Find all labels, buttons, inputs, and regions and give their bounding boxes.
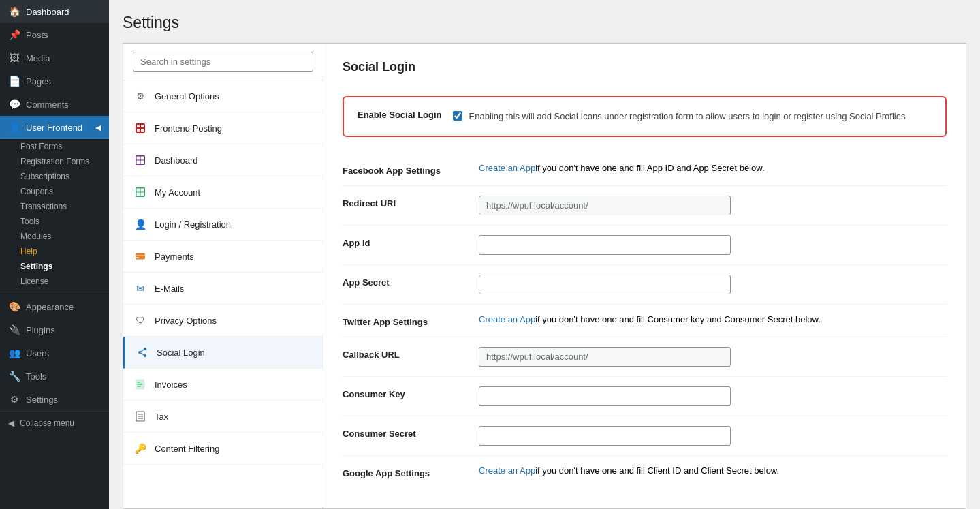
callback-url-input[interactable] [479, 347, 731, 367]
sidebar-sub-transactions[interactable]: Transactions [0, 199, 109, 214]
settings-nav-item-dashboard[interactable]: Dashboard [123, 144, 323, 176]
google-section-label: Google App Settings [343, 465, 465, 478]
settings-nav-item-payments[interactable]: Payments [123, 241, 323, 273]
consumer-secret-field [479, 426, 947, 446]
sidebar-sub-modules[interactable]: Modules [0, 229, 109, 244]
svg-rect-14 [141, 193, 144, 196]
sidebar-sub-coupons[interactable]: Coupons [0, 184, 109, 199]
svg-rect-7 [141, 157, 144, 160]
content-filtering-icon: 🔑 [133, 441, 148, 456]
app-id-row: App Id [343, 226, 947, 265]
sidebar-item-appearance[interactable]: 🎨 Appearance [0, 295, 109, 318]
settings-nav-item-tax[interactable]: Tax [123, 401, 323, 433]
app-secret-label: App Secret [343, 275, 465, 288]
settings-nav-item-login-registration[interactable]: 👤 Login / Registration [123, 209, 323, 241]
payments-icon [133, 249, 148, 264]
app-secret-row: App Secret [343, 265, 947, 305]
svg-rect-13 [137, 193, 140, 196]
media-icon: 🖼 [8, 52, 20, 64]
app-secret-field [479, 275, 947, 294]
settings-nav-item-emails[interactable]: ✉ E-Mails [123, 273, 323, 305]
svg-line-21 [141, 350, 144, 352]
tools-icon: 🔧 [8, 370, 20, 382]
app-id-input[interactable] [479, 235, 731, 255]
consumer-key-input[interactable] [479, 386, 731, 406]
enable-social-login-checkbox[interactable] [453, 111, 462, 121]
settings-nav-item-general[interactable]: ⚙ General Options [123, 80, 323, 112]
my-account-icon [133, 185, 148, 200]
consumer-key-row: Consumer Key [343, 377, 947, 416]
enable-social-description: Enabling this will add Social Icons unde… [469, 110, 906, 123]
sidebar-sub-license[interactable]: License [0, 274, 109, 289]
sidebar-item-comments[interactable]: 💬 Comments [0, 93, 109, 116]
emails-icon: ✉ [133, 281, 148, 296]
svg-point-19 [138, 351, 141, 354]
settings-nav-item-my-account[interactable]: My Account [123, 176, 323, 209]
chevron-icon: ◀ [95, 123, 101, 132]
facebook-app-settings-row: Facebook App Settings Create an Appif yo… [343, 153, 947, 186]
enable-social-login-box: Enable Social Login Enabling this will a… [343, 96, 947, 137]
twitter-create-app-link[interactable]: Create an App [479, 314, 535, 324]
sidebar-item-pages[interactable]: 📄 Pages [0, 70, 109, 93]
sidebar-sub-registration-forms[interactable]: Registration Forms [0, 154, 109, 169]
google-app-settings-row: Google App Settings Create an Appif you … [343, 456, 947, 488]
users-icon: 👥 [8, 347, 20, 359]
sidebar-item-settings[interactable]: ⚙ Settings [0, 388, 109, 411]
sidebar-sub-tools[interactable]: Tools [0, 214, 109, 229]
consumer-secret-label: Consumer Secret [343, 426, 465, 439]
sidebar-item-posts[interactable]: 📌 Posts [0, 23, 109, 46]
settings-icon: ⚙ [8, 393, 20, 405]
posts-icon: 📌 [8, 29, 20, 41]
facebook-desc-rest: if you don't have one and fill App ID an… [535, 163, 764, 173]
facebook-create-app-link[interactable]: Create an App [479, 163, 535, 173]
consumer-secret-input[interactable] [479, 426, 731, 446]
svg-rect-0 [136, 123, 145, 133]
sidebar-item-users[interactable]: 👥 Users [0, 341, 109, 365]
settings-nav-item-invoices[interactable]: Invoices [123, 369, 323, 401]
sidebar-sub-help[interactable]: Help [0, 244, 109, 259]
sidebar-item-dashboard[interactable]: 🏠 Dashboard [0, 0, 109, 23]
dashboard-settings-icon [133, 153, 148, 168]
login-registration-icon: 👤 [133, 217, 148, 232]
settings-nav-item-frontend-posting[interactable]: Frontend Posting [123, 112, 323, 144]
tax-icon [133, 409, 148, 424]
sidebar-item-media[interactable]: 🖼 Media [0, 46, 109, 70]
settings-nav-item-social-login[interactable]: Social Login [123, 337, 323, 369]
twitter-section-label: Twitter App Settings [343, 314, 465, 327]
sidebar-item-plugins[interactable]: 🔌 Plugins [0, 318, 109, 341]
consumer-key-label: Consumer Key [343, 386, 465, 399]
svg-rect-25 [138, 384, 142, 385]
svg-rect-12 [141, 189, 144, 192]
sidebar-item-user-frontend[interactable]: 👤 User Frontend ◀ [0, 116, 109, 139]
settings-nav-item-privacy[interactable]: 🛡 Privacy Options [123, 305, 323, 337]
consumer-secret-row: Consumer Secret [343, 416, 947, 456]
svg-rect-16 [136, 255, 145, 256]
collapse-menu-button[interactable]: ◀ Collapse menu [0, 411, 109, 435]
google-create-app-link[interactable]: Create an App [479, 465, 535, 476]
sidebar-sub-subscriptions[interactable]: Subscriptions [0, 169, 109, 184]
svg-rect-8 [137, 161, 140, 164]
settings-content-area: Social Login Enable Social Login Enablin… [323, 43, 966, 509]
app-id-label: App Id [343, 235, 465, 248]
sidebar-item-tools[interactable]: 🔧 Tools [0, 365, 109, 388]
redirect-uri-label: Redirect URI [343, 196, 465, 209]
appearance-icon: 🎨 [8, 300, 20, 313]
consumer-key-field [479, 386, 947, 406]
redirect-uri-input[interactable] [479, 196, 731, 215]
svg-rect-11 [137, 189, 140, 192]
svg-rect-26 [138, 386, 141, 387]
sidebar-sub-settings[interactable]: Settings [0, 259, 109, 274]
svg-rect-17 [136, 257, 139, 258]
settings-nav-item-content-filtering[interactable]: 🔑 Content Filtering [123, 433, 323, 465]
callback-url-label: Callback URL [343, 347, 465, 360]
settings-search-input[interactable] [133, 52, 313, 72]
plugins-icon: 🔌 [8, 324, 20, 336]
page-title: Settings [123, 14, 966, 32]
redirect-uri-field [479, 196, 947, 215]
app-secret-input[interactable] [479, 275, 731, 294]
svg-rect-6 [137, 157, 140, 160]
dashboard-icon: 🏠 [8, 5, 20, 18]
callback-url-row: Callback URL [343, 337, 947, 377]
sidebar-sub-post-forms[interactable]: Post Forms [0, 139, 109, 154]
enable-social-label: Enable Social Login [358, 110, 442, 120]
